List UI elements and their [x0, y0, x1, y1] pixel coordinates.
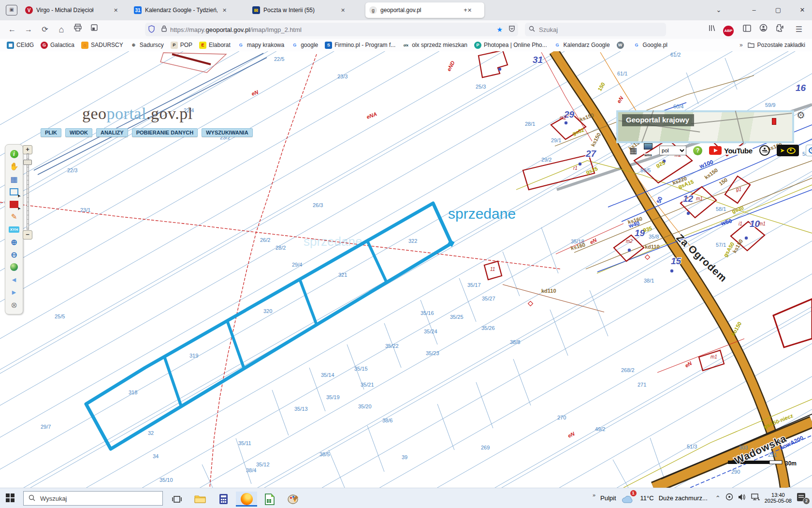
search-bar[interactable]: Szukaj [525, 23, 666, 36]
taskbar-clock[interactable]: 13:40 2025-05-08 [765, 492, 792, 504]
xyh-coordinates-tool[interactable]: XYH [5, 223, 23, 236]
measure-tool[interactable]: ✎ [5, 210, 23, 223]
zoom-slider-handle[interactable] [23, 160, 32, 165]
bookmark-item-9[interactable]: SFirmino.pl - Program f... [325, 42, 395, 49]
menu-hamburger-icon[interactable]: ☰ [793, 23, 805, 36]
zoom-out-tool[interactable]: ⊖ [5, 248, 23, 261]
back-icon[interactable]: ← [6, 23, 18, 36]
home-icon[interactable]: ⌂ [55, 23, 68, 36]
network-icon[interactable] [751, 493, 760, 503]
bookmark-item-12[interactable]: GKalendarz Google [554, 42, 610, 49]
library-icon[interactable] [706, 23, 718, 36]
geoportal-menu-plik[interactable]: PLIK [41, 128, 61, 137]
temperature-label[interactable]: 11°C [640, 494, 654, 502]
lock-icon[interactable] [161, 25, 167, 34]
map-label: eNA [366, 111, 378, 120]
new-tab-button[interactable]: + [458, 4, 473, 16]
pan-tool[interactable]: ✋ [5, 160, 23, 173]
tracking-shield-icon[interactable] [148, 25, 155, 34]
map-label: 22/3 [67, 167, 77, 173]
libreoffice-calc-button[interactable] [259, 492, 280, 507]
firefox-view-icon[interactable]: ▣ [6, 5, 17, 15]
taskbar-search[interactable]: Wyszukaj [23, 491, 163, 506]
tray-expand-icon[interactable]: ⌃ [715, 494, 721, 502]
info-tool[interactable]: i [5, 148, 23, 160]
geoportal-logo[interactable]: geoportal.gov.pl [82, 105, 193, 123]
zoom-in-tool[interactable]: ⊕ [5, 236, 23, 248]
browser-tab-1[interactable]: VVirgo - Michał Dzięcioł✕ [21, 2, 128, 18]
language-select[interactable]: pol [659, 146, 686, 155]
geoportal-menu-analizy[interactable]: ANALIZY [96, 128, 128, 137]
deselect-rect-tool[interactable] [5, 198, 23, 210]
visibility-button[interactable] [806, 145, 812, 156]
extensions-icon[interactable] [773, 23, 786, 36]
bookmark-item-7[interactable]: Gmapy krakowa [237, 42, 284, 49]
firefox-icon [241, 493, 253, 505]
youtube-button[interactable]: YouTube [709, 146, 752, 155]
bookmark-item-6[interactable]: EElaborat [199, 42, 231, 49]
close-window-button[interactable]: ✕ [795, 4, 810, 16]
bookmark-item-10[interactable]: olxolx sprzedz mieszkan [402, 42, 467, 49]
contrast-mode-button[interactable]: ➤ [777, 145, 799, 156]
taskbar-overflow-icon[interactable]: » [593, 492, 595, 498]
settings-gear-icon[interactable]: ⚙ [797, 109, 805, 121]
bookmark-item-8[interactable]: Ggoogle [291, 42, 318, 49]
attribute-table-tool[interactable]: ▦ [5, 173, 23, 185]
meet-now-icon[interactable] [725, 493, 733, 503]
browser-tab-3[interactable]: ✉Poczta w Interii (55)✕ [248, 2, 363, 18]
task-view-button[interactable] [166, 492, 188, 507]
map-viewport[interactable]: 30m 22/523/325/328/122/423/229/129/222/3… [0, 51, 812, 488]
geoportal-menu-widok[interactable]: WIDOK [65, 128, 92, 137]
weather-icon[interactable]: 1 [621, 492, 636, 504]
wms-icon[interactable]: wms [644, 143, 652, 158]
pocket-icon[interactable] [508, 25, 515, 34]
url-bar[interactable]: https://mapy.geoportal.gov.pl/imap/Imgp_… [145, 23, 518, 36]
sidebar-icon[interactable] [740, 23, 753, 36]
bookmarks-overflow-icon[interactable]: » [740, 42, 743, 48]
file-explorer-button[interactable] [189, 492, 211, 507]
layers-grid-icon[interactable]: ▦ [629, 146, 637, 156]
bookmark-item-5[interactable]: PPOP [171, 42, 192, 49]
paint-app-button[interactable] [282, 492, 304, 507]
bookmark-item-3[interactable]: ⌂SADURSCY [81, 42, 123, 49]
bookmark-item-11[interactable]: PPhotopea | Online Pho... [474, 42, 547, 49]
overview-minimap[interactable]: Geoportal krajowy [616, 110, 794, 143]
bookmark-item-4[interactable]: ⊕Sadurscy [130, 42, 164, 49]
clear-tool[interactable]: ⊗ [5, 299, 23, 311]
volume-icon[interactable] [738, 493, 746, 503]
reload-icon[interactable]: ⟳ [39, 23, 51, 36]
desktop-toolbar-label[interactable]: Pulpit [600, 494, 616, 502]
forward-icon[interactable]: → [22, 23, 35, 36]
next-view-tool[interactable]: ► [5, 286, 23, 299]
bookmark-item-2[interactable]: GGalactica [41, 42, 74, 49]
bookmark-star-icon[interactable]: ★ [496, 26, 503, 33]
notification-center-icon[interactable]: 2 [797, 493, 808, 503]
firefox-taskbar-button[interactable] [236, 492, 257, 507]
calculator-button[interactable] [213, 492, 234, 507]
bookmark-item-1[interactable]: ▦CEIdG [7, 42, 34, 49]
start-button[interactable] [6, 493, 14, 502]
account-icon[interactable] [757, 23, 769, 36]
geoportal-menu-wyszukiwania[interactable]: WYSZUKIWANIA [202, 128, 252, 137]
maximize-button[interactable]: ▢ [771, 4, 785, 16]
minimize-button[interactable]: – [747, 4, 761, 16]
print-icon[interactable] [72, 23, 84, 36]
select-rect-tool[interactable] [5, 185, 23, 198]
other-bookmarks-button[interactable]: Pozostałe zakładki [748, 42, 805, 49]
zoom-minus-button[interactable]: − [23, 230, 32, 239]
full-extent-tool[interactable] [5, 261, 23, 273]
tab-close-icon[interactable]: ✕ [114, 7, 118, 14]
accessibility-icon[interactable] [759, 145, 770, 156]
browser-tab-2[interactable]: 31Kalendarz Google - Tydzień, w I✕ [130, 2, 246, 18]
bookmark-item-14[interactable]: GGoogle.pl [633, 42, 667, 49]
help-button[interactable]: ? [693, 146, 702, 155]
tab-close-icon[interactable]: ✕ [341, 7, 345, 14]
geoportal-menu-pobieranie-danych[interactable]: POBIERANIE DANYCH [132, 128, 198, 137]
list-all-tabs-icon[interactable]: ⌄ [711, 4, 726, 16]
screenshot-icon[interactable] [88, 23, 101, 36]
bookmark-item-13[interactable]: W [617, 42, 626, 49]
adblock-plus-icon[interactable]: ABP [722, 23, 735, 36]
previous-view-tool[interactable]: ◄ [5, 273, 23, 286]
tab-close-icon[interactable]: ✕ [222, 7, 227, 14]
weather-label[interactable]: Duże zachmurz... [659, 494, 708, 502]
